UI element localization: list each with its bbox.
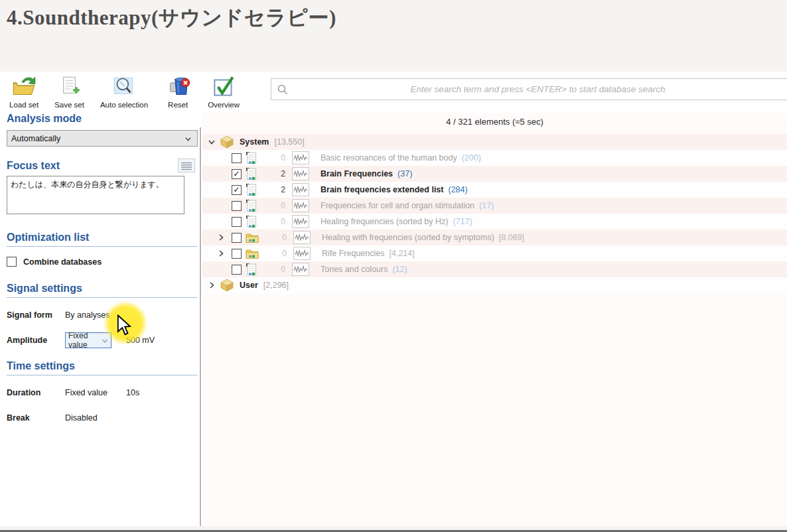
waveform-icon [292, 199, 309, 212]
duration-extra-value: 10s [126, 388, 139, 397]
row-checkbox[interactable] [232, 201, 242, 211]
overview-label: Overview [208, 101, 240, 109]
amplitude-dropdown[interactable]: Fixed value [65, 332, 111, 348]
chevron-right-icon[interactable] [216, 249, 226, 258]
tree-item-count: (200) [462, 153, 481, 163]
analysis-mode-heading: Analysis mode [7, 113, 198, 125]
break-value[interactable]: Disabled [65, 413, 126, 423]
database-tree-panel: 4 / 321 elements (≈5 sec) System [13,550… [202, 113, 787, 526]
selected-count: 0 [257, 265, 285, 274]
tree-row[interactable]: 0 Tones and colours (12) [202, 261, 787, 277]
document-icon [246, 263, 257, 276]
selected-count: 0 [257, 201, 285, 210]
optimization-list-heading: Optimization list [7, 232, 198, 247]
tree-root-label: User [240, 281, 258, 290]
waveform-icon [292, 183, 309, 196]
tree-root-count: [2,296] [263, 281, 289, 290]
auto-selection-button[interactable]: Auto selection [100, 74, 148, 109]
row-checkbox[interactable] [232, 217, 242, 227]
database-cube-icon [220, 279, 234, 292]
save-set-label: Save set [54, 101, 84, 109]
tree-row-user[interactable]: User [2,296] [202, 277, 787, 293]
duration-value[interactable]: Fixed value [65, 388, 126, 397]
waveform-icon [293, 247, 311, 260]
load-set-button[interactable]: Load set [9, 74, 38, 109]
row-checkbox[interactable] [232, 233, 242, 243]
focus-text-input[interactable]: わたしは、本来の自分自身と繋がります。 [7, 176, 184, 214]
tree-item-label: Frequencies for cell and organ stimulati… [321, 201, 474, 210]
combine-databases-checkbox[interactable] [7, 257, 17, 267]
amplitude-extra-value: 500 mV [126, 336, 155, 345]
tree-item-label: Rife Frequencies [322, 249, 385, 258]
chevron-down-icon [184, 135, 192, 143]
amplitude-label: Amplitude [7, 336, 65, 345]
row-checkbox[interactable] [232, 153, 242, 163]
folder-icon [246, 232, 259, 243]
tree-root-label: System [240, 137, 269, 147]
list-lines-icon [180, 161, 192, 170]
toolbar: Load set Save set Auto selection Reset O… [9, 74, 240, 109]
tree-item-count: (37) [397, 169, 412, 178]
selected-count: 0 [257, 153, 285, 163]
document-icon [246, 199, 257, 212]
break-label: Break [7, 413, 65, 423]
duration-label: Duration [7, 388, 65, 397]
tree-item-label: Basic resonances of the human body [321, 153, 457, 163]
tree-row[interactable]: 0 Frequencies for cell and organ stimula… [202, 198, 787, 214]
tree-item-label: Brain frequencies extended list [321, 185, 443, 194]
tree-item-count: (17) [479, 201, 494, 210]
row-checkbox[interactable]: ✓ [232, 185, 242, 195]
waveform-icon [292, 167, 309, 180]
focus-text-heading: Focus text [7, 160, 198, 172]
tree-row[interactable]: ✓ 2 Brain Frequencies (37) [202, 166, 787, 182]
signal-settings-heading: Signal settings [7, 283, 198, 298]
analysis-mode-value: Automatically [11, 134, 60, 143]
page-title: 4.Soundtherapy(サウンドセラピー) [7, 4, 336, 32]
reset-button[interactable]: Reset [164, 74, 192, 109]
document-icon [246, 151, 257, 165]
selected-count: 0 [259, 249, 287, 258]
selected-count: 2 [257, 185, 285, 194]
tree-item-label: Tones and colours [321, 265, 388, 274]
tree-row[interactable]: ✓ 2 Brain frequencies extended list (284… [202, 182, 787, 198]
signal-form-value[interactable]: By analyses [65, 310, 126, 320]
row-checkbox[interactable] [232, 265, 242, 275]
signal-form-label: Signal form [7, 310, 65, 320]
document-icon [246, 183, 257, 196]
chevron-down-icon[interactable] [206, 137, 217, 147]
tree-row[interactable]: 0 Rife Frequencies [4,214] [202, 245, 787, 261]
tree-item-count: [8,069] [499, 233, 524, 242]
tree-item-count: (284) [448, 185, 467, 194]
tree-item-label: Healing frequencies (sorted by Hz) [321, 217, 448, 226]
focus-text-list-button[interactable] [178, 159, 195, 172]
waveform-icon [292, 263, 309, 276]
save-set-button[interactable]: Save set [54, 74, 84, 109]
chevron-right-icon[interactable] [216, 233, 226, 242]
overview-button[interactable]: Overview [208, 74, 240, 109]
save-set-document-icon [56, 74, 84, 100]
waveform-icon [293, 231, 311, 244]
tree-item-label: Brain Frequencies [321, 169, 393, 178]
row-checkbox[interactable] [232, 249, 242, 259]
tree-row[interactable]: 0 Healing with frequencies (sorted by sy… [202, 230, 787, 245]
tree-row-system[interactable]: System [13,550] [202, 134, 787, 150]
search-input[interactable] [289, 79, 787, 100]
document-icon [246, 215, 257, 228]
reset-mug-icon [164, 74, 192, 100]
tree-row[interactable]: 0 Basic resonances of the human body (20… [202, 150, 787, 166]
load-set-folder-icon [10, 74, 38, 100]
row-checkbox[interactable]: ✓ [232, 169, 242, 179]
search-bar [271, 78, 787, 100]
time-settings-heading: Time settings [7, 360, 198, 375]
app-window: Load set Save set Auto selection Reset O… [0, 72, 787, 526]
overview-checkmark-icon [210, 74, 238, 100]
tree-item-label: Healing with frequencies (sorted by symp… [322, 233, 494, 242]
selection-status: 4 / 321 elements (≈5 sec) [202, 113, 787, 134]
waveform-icon [292, 215, 309, 228]
tree-row[interactable]: 0 Healing frequencies (sorted by Hz) (71… [202, 214, 787, 230]
sidebar: Analysis mode Automatically Focus text わ… [7, 113, 198, 426]
folder-icon [246, 248, 259, 259]
analysis-mode-dropdown[interactable]: Automatically [7, 130, 198, 147]
chevron-right-icon[interactable] [206, 281, 217, 290]
search-icon [277, 84, 289, 96]
